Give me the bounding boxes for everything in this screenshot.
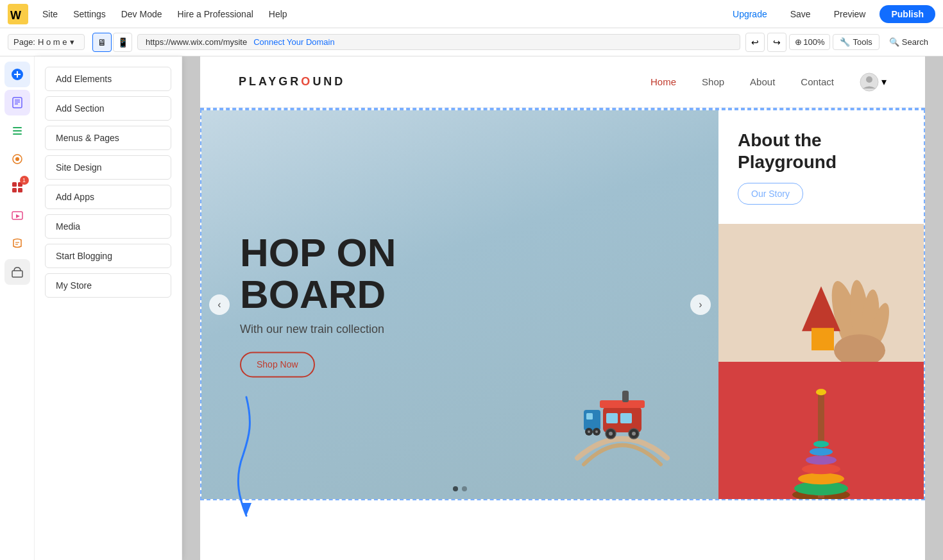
zoom-display[interactable]: ⊕ 100% <box>789 34 830 50</box>
preview-button[interactable]: Preview <box>825 5 875 23</box>
svg-rect-5 <box>13 98 22 108</box>
svg-point-55 <box>806 455 837 464</box>
svg-rect-48 <box>811 328 834 350</box>
user-menu[interactable]: ▾ <box>860 72 887 92</box>
page-label: Page: <box>13 37 35 47</box>
canvas-left-margin <box>182 56 200 560</box>
search-label: Search <box>902 37 928 47</box>
svg-rect-35 <box>584 410 600 430</box>
top-bar: W Site Settings Dev Mode Hire a Professi… <box>0 0 943 28</box>
sidebar-icon-menus[interactable] <box>4 118 30 144</box>
hero-dots <box>453 486 467 491</box>
tools-label: Tools <box>853 37 872 47</box>
user-chevron-icon: ▾ <box>881 76 887 88</box>
menus-pages-button[interactable]: Menus & Pages <box>45 126 171 150</box>
hero-dot-2[interactable] <box>462 486 467 491</box>
svg-rect-17 <box>18 188 22 192</box>
svg-rect-16 <box>12 188 17 192</box>
url-bar: https://www.wix.com/mysite Connect Your … <box>137 34 740 50</box>
publish-button[interactable]: Publish <box>879 5 935 23</box>
address-bar: Page: H o m e ▾ 🖥 📱 https://www.wix.com/… <box>0 28 943 56</box>
site-design-button[interactable]: Site Design <box>45 155 171 180</box>
nav-site[interactable]: Site <box>36 6 64 22</box>
undo-button[interactable]: ↩ <box>745 33 765 52</box>
search-icon: 🔍 <box>889 37 899 47</box>
svg-point-13 <box>15 157 19 161</box>
nav-settings[interactable]: Settings <box>67 6 112 22</box>
hero-prev-arrow[interactable]: ‹ <box>209 294 230 315</box>
desktop-device-btn[interactable]: 🖥 <box>92 33 112 52</box>
train-illustration <box>565 291 680 473</box>
hero-next-arrow[interactable]: › <box>690 294 711 315</box>
svg-rect-28 <box>620 413 632 423</box>
panel: Add Elements Add Section Menus & Pages S… <box>35 56 182 560</box>
canvas-right-margin <box>925 56 943 560</box>
sidebar-icon-pages[interactable] <box>4 90 30 115</box>
about-section: About the Playground Our Story <box>718 110 924 224</box>
page-name: H o m e <box>38 37 67 47</box>
about-title: About the Playground <box>738 130 905 173</box>
sidebar: 1 <box>0 56 35 560</box>
website-preview: PLAYGROUND Home Shop About Contact ▾ <box>200 56 925 560</box>
hero-banner: HOP ON BOARD With our new train collecti… <box>201 110 718 499</box>
main-area: 1 Add Elements Add Section Menus & Pages… <box>0 56 943 560</box>
redo-button[interactable]: ↪ <box>767 33 786 52</box>
sidebar-icon-design[interactable] <box>4 146 30 172</box>
our-story-button[interactable]: Our Story <box>738 183 803 205</box>
address-bar-right: ↩ ↪ ⊕ 100% 🔧 Tools 🔍 Search <box>745 33 935 52</box>
section-divider-top <box>200 108 925 109</box>
sidebar-icon-store[interactable] <box>4 259 30 285</box>
svg-rect-34 <box>622 391 629 402</box>
svg-point-53 <box>798 473 844 484</box>
hero-cta-button[interactable]: Shop Now <box>240 352 315 378</box>
sidebar-icon-media[interactable] <box>4 203 30 228</box>
hero-title: HOP ON BOARD <box>240 232 396 315</box>
svg-rect-9 <box>13 127 22 128</box>
add-section-button[interactable]: Add Section <box>45 96 171 121</box>
zoom-level: 100% <box>803 37 824 47</box>
add-elements-button[interactable]: Add Elements <box>45 67 171 91</box>
nav-contact[interactable]: Contact <box>801 76 834 87</box>
svg-point-39 <box>595 430 598 433</box>
top-bar-nav: Site Settings Dev Mode Hire a Profession… <box>36 6 718 22</box>
start-blogging-button[interactable]: Start Blogging <box>45 244 171 268</box>
svg-point-32 <box>632 432 636 436</box>
connect-domain-link[interactable]: Connect Your Domain <box>253 37 334 47</box>
hero-text: HOP ON BOARD With our new train collecti… <box>240 232 396 377</box>
page-selector[interactable]: Page: H o m e ▾ <box>8 34 85 50</box>
sidebar-icon-apps[interactable]: 1 <box>4 174 30 200</box>
svg-point-25 <box>866 76 872 83</box>
wix-logo: W <box>8 4 28 24</box>
nav-shop[interactable]: Shop <box>702 76 724 87</box>
sidebar-icon-add[interactable] <box>4 62 30 87</box>
svg-text:W: W <box>10 9 21 22</box>
hero-right-panel: About the Playground Our Story <box>718 110 924 499</box>
my-store-button[interactable]: My Store <box>45 273 171 298</box>
chevron-down-icon: ▾ <box>70 37 74 47</box>
media-button[interactable]: Media <box>45 214 171 239</box>
site-logo: PLAYGROUND <box>239 75 650 89</box>
hero-dot-1[interactable] <box>453 486 458 491</box>
nav-hire[interactable]: Hire a Professional <box>171 6 260 22</box>
site-header: PLAYGROUND Home Shop About Contact ▾ <box>200 56 925 108</box>
svg-rect-27 <box>606 413 618 423</box>
device-toggles: 🖥 📱 <box>92 33 132 52</box>
hero-section: HOP ON BOARD With our new train collecti… <box>200 109 925 500</box>
svg-point-54 <box>802 464 840 474</box>
mobile-device-btn[interactable]: 📱 <box>113 33 132 52</box>
svg-marker-19 <box>16 214 20 218</box>
url-text: https://www.wix.com/mysite <box>146 37 247 47</box>
save-button[interactable]: Save <box>781 5 820 23</box>
nav-home[interactable]: Home <box>650 76 676 87</box>
upgrade-button[interactable]: Upgrade <box>724 5 776 23</box>
hero-subtitle: With our new train collection <box>240 323 396 337</box>
nav-help[interactable]: Help <box>262 6 294 22</box>
tools-button[interactable]: 🔧 Tools <box>833 34 879 50</box>
search-button[interactable]: 🔍 Search <box>882 34 935 50</box>
svg-point-58 <box>816 389 826 395</box>
sidebar-icon-blog[interactable] <box>4 231 30 257</box>
nav-about[interactable]: About <box>750 76 775 87</box>
canvas-area: PLAYGROUND Home Shop About Contact ▾ <box>182 56 943 560</box>
nav-dev-mode[interactable]: Dev Mode <box>115 6 169 22</box>
add-apps-button[interactable]: Add Apps <box>45 185 171 209</box>
